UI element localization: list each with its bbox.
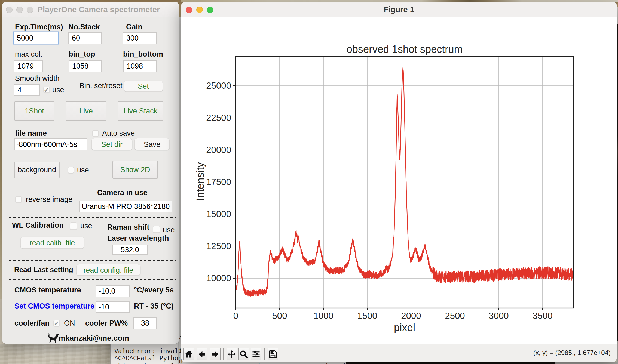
svg-text:2000: 2000 xyxy=(401,311,421,321)
svg-text:Intensity: Intensity xyxy=(195,162,206,201)
svg-text:12500: 12500 xyxy=(206,241,231,251)
svg-text:20000: 20000 xyxy=(206,145,231,155)
svg-text:3000: 3000 xyxy=(489,311,509,321)
svg-text:pixel: pixel xyxy=(394,322,415,333)
svg-text:25000: 25000 xyxy=(206,81,231,91)
svg-text:3500: 3500 xyxy=(533,311,552,321)
svg-text:2500: 2500 xyxy=(445,311,465,321)
svg-text:17500: 17500 xyxy=(206,177,231,187)
svg-text:1500: 1500 xyxy=(357,311,377,321)
svg-text:observed 1shot spectrum: observed 1shot spectrum xyxy=(347,44,463,55)
svg-text:15000: 15000 xyxy=(206,209,231,219)
svg-text:500: 500 xyxy=(272,311,287,321)
svg-text:1000: 1000 xyxy=(313,311,333,321)
svg-text:0: 0 xyxy=(233,311,238,321)
svg-text:10000: 10000 xyxy=(206,273,231,283)
svg-text:22500: 22500 xyxy=(206,113,231,123)
